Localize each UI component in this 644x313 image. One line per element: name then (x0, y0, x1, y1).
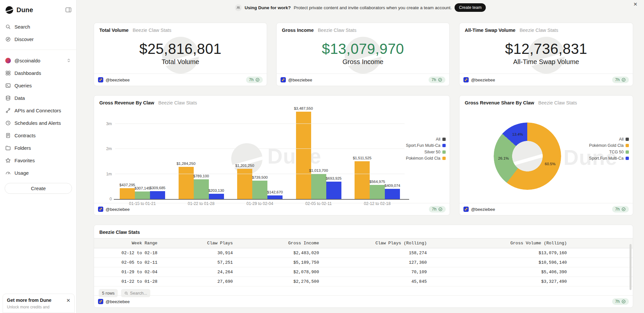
card-dashboard-link[interactable]: Beezie Claw Stats (158, 100, 197, 105)
beeziebee-avatar-icon (98, 299, 103, 304)
sidebar-account[interactable]: @scoinaldo (0, 54, 76, 67)
verified-check-icon (621, 207, 626, 212)
card-dashboard-link[interactable]: Beezie Claw Stats (318, 28, 357, 33)
grid-icon (5, 70, 11, 76)
plug-icon (5, 108, 11, 113)
legend-item[interactable]: Sport.Fun Multi-Ca (406, 143, 446, 149)
sidebar-item-folders[interactable]: Folders (0, 142, 76, 154)
slice-percent-label: 60.5% (545, 162, 556, 166)
table-cell: $2,276,500 (234, 277, 320, 286)
create-button[interactable]: Create (5, 183, 72, 194)
freshness-badge[interactable]: 7h (429, 77, 445, 83)
bar-group: $1,201,250$739,500$142,67001-29 to 02-04 (237, 109, 283, 199)
updated-ago: 7h (615, 78, 620, 82)
column-header[interactable]: Gross Income (234, 238, 320, 248)
dune-logo-icon[interactable] (5, 6, 13, 14)
column-header[interactable]: Claw Plays (159, 238, 234, 248)
card-dashboard-link[interactable]: Beezie Claw Stats (520, 28, 558, 33)
freshness-badge[interactable]: 7h (612, 206, 629, 212)
sidebar-item-data[interactable]: Data (0, 92, 76, 104)
legend-item[interactable]: All (589, 136, 629, 143)
sidebar-item-discover[interactable]: Discover (0, 33, 76, 45)
legend-swatch (442, 138, 446, 141)
promo-title: Get more from Dune (7, 298, 51, 303)
beeziebee-avatar-icon (281, 77, 286, 82)
promo-card: Get more from Dune ✕ Unlock more credits… (3, 294, 75, 313)
bar-value-label: $564,975 (369, 180, 385, 184)
table-scrollbar[interactable] (630, 244, 632, 290)
sidebar-top-list: SearchDiscover (0, 20, 76, 45)
author-link[interactable]: @beeziebee (463, 207, 495, 212)
verified-check-icon (438, 78, 442, 82)
column-header[interactable]: Week Range (94, 238, 159, 248)
sidebar-item-label: Search (14, 24, 71, 30)
sidebar-item-apis-and-connectors[interactable]: APIs and Connectors (0, 104, 76, 117)
star-icon (5, 158, 11, 163)
bar-value-label: $142,670 (267, 190, 283, 194)
card-title: Gross Revenue Share By Claw (465, 100, 534, 105)
sidebar-item-queries[interactable]: Queries (0, 79, 76, 92)
app-title[interactable]: Dune (16, 6, 65, 14)
updated-ago: 7h (432, 78, 436, 82)
column-header[interactable]: Gross Volume (Rolling) (428, 238, 568, 248)
sidebar-item-dashboards[interactable]: Dashboards (0, 67, 76, 79)
sidebar-item-label: Contracts (14, 133, 71, 138)
sidebar-item-favorites[interactable]: Favorites (0, 154, 76, 167)
freshness-badge[interactable]: 7h (612, 298, 629, 305)
sidebar-item-contracts[interactable]: Contracts (0, 129, 76, 142)
column-header[interactable]: Claw Plays (Rolling) (320, 238, 428, 248)
bar: $789,100 (194, 179, 209, 199)
bar-chart-legend: AllSport.Fun Multi-CaSilver 50Pokémon Go… (406, 136, 446, 162)
sidebar-item-schedules-and-alerts[interactable]: Schedules and Alerts (0, 117, 76, 129)
updated-ago: 7h (615, 299, 620, 304)
legend-label: Sport.Fun Multi-Ca (406, 143, 440, 148)
create-team-button[interactable]: Create team (455, 3, 486, 12)
author-link[interactable]: @beeziebee (98, 299, 130, 304)
legend-item[interactable]: TCG 50 (589, 149, 629, 155)
author-link[interactable]: @beeziebee (98, 207, 130, 212)
freshness-badge[interactable]: 7h (612, 77, 629, 83)
document-icon (5, 133, 11, 138)
legend-label: Pokémon Gold Cla (589, 143, 624, 148)
author-handle: @beeziebee (471, 78, 495, 82)
team-icon (235, 4, 242, 11)
freshness-badge[interactable]: 7h (429, 206, 446, 212)
sidebar-item-usage[interactable]: Usage (0, 167, 76, 179)
legend-item[interactable]: Silver 50 (406, 149, 446, 155)
legend-item[interactable]: All (406, 136, 446, 143)
table-row: 01-29 to 02-0424,264$2,078,90070,109$5,4… (94, 267, 633, 277)
collapse-sidebar-icon[interactable] (65, 7, 72, 13)
legend-item[interactable]: Pokémon Gold Cla (406, 155, 446, 162)
legend-item[interactable]: Pokémon Gold Cla (589, 143, 629, 149)
table-cell: 02-05 to 02-11 (94, 258, 159, 267)
bar-groups: $437,295$307,145$309,68501-15 to 01-21$1… (115, 109, 405, 199)
stat-label: Gross Income (342, 58, 383, 66)
sidebar-divider (0, 50, 76, 50)
card-dashboard-link[interactable]: Beezie Claw Stats (133, 28, 171, 33)
table-card: Beezie Claw Stats Week RangeClaw PlaysGr… (94, 225, 633, 308)
card-dashboard-link[interactable]: Beezie Claw Stats (538, 100, 577, 105)
banner-close-icon[interactable]: ✕ (633, 2, 637, 7)
table-header-row: Week RangeClaw PlaysGross IncomeClaw Pla… (94, 238, 633, 248)
author-handle: @beeziebee (106, 78, 130, 82)
sidebar-item-label: Dashboards (14, 70, 71, 76)
table-cell: $2,078,900 (234, 267, 320, 277)
bar: $1,013,700 (311, 174, 326, 199)
author-link[interactable]: @beeziebee (281, 77, 312, 82)
sidebar-item-label: APIs and Connectors (14, 108, 71, 113)
sidebar-item-search[interactable]: Search (0, 20, 76, 33)
author-link[interactable]: @beeziebee (98, 77, 130, 82)
table-cell: $5,406,390 (428, 267, 568, 277)
table-cell: 57,251 (159, 258, 234, 267)
promo-close-icon[interactable]: ✕ (66, 298, 70, 303)
legend-swatch (626, 138, 629, 141)
author-link[interactable]: @beeziebee (463, 77, 495, 82)
legend-item[interactable]: Sport.Fun Multi-Ca (589, 155, 629, 162)
card-title: Gross Revenue By Claw (99, 100, 154, 105)
bar-value-label: $1,284,250 (177, 162, 196, 166)
freshness-badge[interactable]: 7h (246, 77, 263, 83)
slice-percent-label: 26.1% (498, 156, 509, 160)
counter-card-total-volume: Total Volume Beezie Claw Stats $25,816,8… (94, 23, 267, 86)
table-cell: 02-12 to 02-18 (94, 248, 159, 258)
legend-label: Sport.Fun Multi-Ca (589, 156, 624, 161)
